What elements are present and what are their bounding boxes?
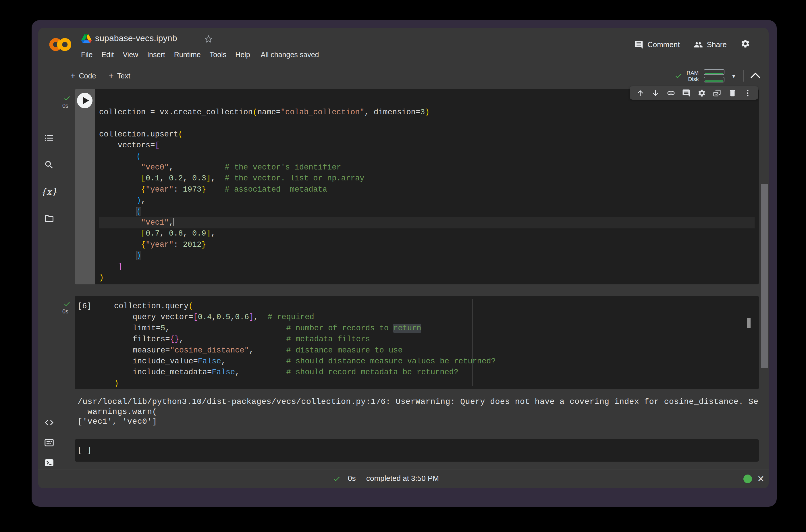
cell1-success-check-icon: [63, 95, 71, 102]
menubar: File Edit View Insert Runtime Tools Help…: [81, 51, 319, 59]
cell1-exec-time: 0s: [62, 102, 69, 109]
arrow-up-icon: [636, 89, 645, 97]
cell2-code-editor[interactable]: collection.query( query_vector=[0.4,0.5,…: [114, 301, 757, 389]
share-button[interactable]: Share: [694, 40, 727, 50]
add-code-button[interactable]: + Code: [70, 72, 96, 80]
run-cell-button[interactable]: [77, 93, 93, 108]
code-cell-1: collection = vx.create_collection(name="…: [75, 89, 759, 284]
folder-icon: [44, 213, 54, 224]
variables-icon: {x}: [41, 186, 57, 197]
left-sidebar: {x}: [38, 85, 60, 469]
menu-edit[interactable]: Edit: [101, 51, 114, 59]
gear-icon: [697, 89, 706, 97]
menu-insert[interactable]: Insert: [147, 51, 165, 59]
cell2-exec-time: 0s: [62, 308, 69, 315]
star-icon[interactable]: [204, 34, 213, 44]
comment-icon: [634, 40, 644, 50]
disk-label: Disk: [688, 76, 699, 82]
save-status-link[interactable]: All changes saved: [261, 51, 319, 59]
link-icon: [667, 89, 675, 97]
add-comment-button[interactable]: [682, 88, 691, 98]
disk-meter: [704, 77, 725, 82]
arrow-down-icon: [651, 89, 660, 97]
mirror-cell-button[interactable]: [712, 88, 722, 98]
sidebar-item-command-palette[interactable]: [44, 437, 55, 448]
share-label: Share: [707, 40, 727, 49]
cell1-code-editor[interactable]: collection = vx.create_collection(name="…: [99, 107, 757, 284]
runtime-connected-check-icon: [674, 72, 683, 80]
toolbar-divider: [743, 70, 744, 81]
editor-ruler: [473, 299, 473, 386]
trash-icon: [728, 89, 737, 97]
sidebar-item-code-snippets[interactable]: [44, 417, 55, 428]
move-cell-down-button[interactable]: [651, 88, 660, 98]
notebook-toolbar: + Code + Text RAM Disk ▾: [38, 67, 769, 85]
people-icon: [694, 40, 703, 50]
code-snippets-icon: [44, 417, 54, 428]
ram-meter: [704, 69, 725, 75]
table-of-contents-icon: [44, 133, 54, 143]
cell-toolbar: [630, 86, 758, 100]
sidebar-item-variables[interactable]: {x}: [44, 186, 55, 197]
settings-button[interactable]: [741, 39, 750, 51]
status-check-icon: [333, 475, 341, 483]
copy-cell-link-button[interactable]: [666, 88, 676, 98]
command-palette-icon: [44, 437, 54, 448]
cell1-run-strip: [75, 89, 95, 284]
search-icon: [44, 160, 54, 170]
cell3-execution-count: [ ]: [78, 446, 92, 455]
cell2-success-check-icon: [63, 300, 71, 308]
menu-help[interactable]: Help: [235, 51, 250, 59]
plus-icon: +: [70, 72, 76, 80]
code-cell-2: [6] collection.query( query_vector=[0.4,…: [75, 296, 759, 389]
ram-label: RAM: [687, 70, 698, 76]
gear-icon: [741, 39, 750, 49]
move-cell-up-button[interactable]: [635, 88, 645, 98]
sidebar-item-search[interactable]: [44, 159, 55, 170]
menu-runtime[interactable]: Runtime: [174, 51, 201, 59]
menu-tools[interactable]: Tools: [210, 51, 226, 59]
colab-window: supabase-vecs.ipynb File Edit View Inser…: [38, 28, 769, 488]
drive-icon: [81, 34, 92, 43]
delete-cell-button[interactable]: [728, 88, 737, 98]
editor-scrollbar-thumb[interactable]: [747, 318, 751, 328]
plus-icon: +: [109, 72, 114, 80]
cell2-output: /usr/local/lib/python3.10/dist-packages/…: [78, 397, 761, 427]
comment-button[interactable]: Comment: [634, 40, 680, 50]
colab-logo-icon: [50, 37, 71, 52]
sidebar-item-files[interactable]: [44, 213, 55, 224]
close-status-bar-button[interactable]: ×: [757, 472, 764, 486]
resources-dropdown-icon[interactable]: ▾: [732, 72, 735, 80]
collapse-header-icon[interactable]: [751, 73, 760, 82]
execution-status-bar: 0s completed at 3:50 PM ×: [38, 469, 769, 488]
terminal-icon: [44, 458, 54, 468]
kebab-menu-icon: [743, 89, 752, 97]
add-text-label: Text: [117, 72, 130, 80]
screen-background: supabase-vecs.ipynb File Edit View Inser…: [0, 0, 806, 532]
status-message: completed at 3:50 PM: [366, 474, 439, 483]
menu-file[interactable]: File: [81, 51, 93, 59]
code-cell-3[interactable]: [ ]: [75, 439, 759, 462]
resource-labels: RAM Disk: [687, 70, 698, 82]
kernel-status-dot: [743, 475, 752, 483]
editor-settings-button[interactable]: [697, 88, 707, 98]
add-code-label: Code: [79, 72, 96, 80]
more-cell-actions-button[interactable]: [743, 88, 753, 98]
play-icon: [83, 97, 89, 104]
add-text-button[interactable]: + Text: [109, 72, 130, 80]
notebook-title[interactable]: supabase-vecs.ipynb: [95, 33, 177, 43]
resource-meters[interactable]: [704, 69, 725, 82]
status-duration: 0s: [348, 474, 356, 483]
mirror-cell-icon: [713, 89, 721, 97]
cell2-execution-count: [6]: [78, 301, 92, 312]
comment-icon: [682, 89, 691, 97]
menu-view[interactable]: View: [123, 51, 138, 59]
notebook-scrollbar-thumb[interactable]: [761, 184, 768, 368]
sidebar-item-table-of-contents[interactable]: [44, 133, 55, 144]
sidebar-item-terminal[interactable]: [44, 457, 55, 468]
header-actions: Comment Share: [634, 39, 750, 51]
header: supabase-vecs.ipynb File Edit View Inser…: [38, 28, 769, 67]
desktop: supabase-vecs.ipynb File Edit View Inser…: [32, 20, 777, 507]
comment-label: Comment: [648, 40, 680, 49]
